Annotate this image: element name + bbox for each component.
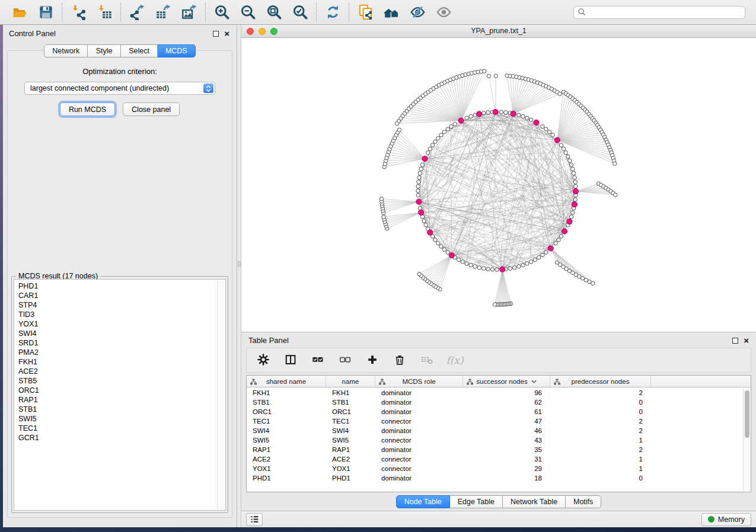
mcds-result-list[interactable]: PHD1CAR1STP4TID3YOX1SWI4SRD1PMA2FKH1ACE2… bbox=[14, 279, 226, 511]
export-table-icon bbox=[155, 4, 171, 20]
close-panel-button[interactable]: Close panel bbox=[123, 102, 180, 116]
create-column-button[interactable] bbox=[365, 352, 381, 368]
mcds-result-node[interactable]: STP4 bbox=[14, 300, 225, 310]
zoom-fit-button[interactable] bbox=[264, 3, 283, 22]
show-all-button[interactable] bbox=[434, 3, 453, 22]
tab-edge-table[interactable]: Edge Table bbox=[450, 495, 503, 508]
mcds-result-node[interactable]: YOX1 bbox=[14, 319, 225, 329]
tab-motifs[interactable]: Motifs bbox=[566, 495, 601, 508]
float-table-panel-icon[interactable] bbox=[732, 338, 738, 344]
zoom-selected-icon bbox=[292, 4, 308, 20]
save-session-icon bbox=[38, 4, 54, 20]
unselect-all-button[interactable] bbox=[338, 352, 353, 368]
search-icon bbox=[578, 8, 586, 17]
mcds-result-node[interactable]: STB1 bbox=[14, 405, 225, 414]
app-window: Control Panel × NetworkStyleSelectMCDS O… bbox=[3, 25, 756, 527]
mcds-list-scrollbar[interactable] bbox=[217, 280, 225, 509]
first-neighbors-icon bbox=[384, 4, 400, 20]
tab-network[interactable]: Network bbox=[44, 44, 88, 57]
export-image-button[interactable] bbox=[180, 3, 199, 22]
close-panel-icon[interactable]: × bbox=[224, 31, 229, 37]
table-row[interactable]: YOX1YOX1connector291 bbox=[247, 464, 742, 473]
unselect-all-icon bbox=[339, 354, 352, 367]
mcds-result-node[interactable]: SWI5 bbox=[14, 414, 225, 424]
zoom-out-icon bbox=[240, 4, 256, 20]
mcds-result-node[interactable]: FKH1 bbox=[14, 357, 225, 367]
show-column-panel-button[interactable] bbox=[283, 352, 299, 368]
mcds-result-node[interactable]: TEC1 bbox=[14, 424, 225, 433]
close-table-panel-icon[interactable]: × bbox=[744, 338, 749, 344]
zoom-fit-icon bbox=[266, 4, 282, 20]
table-row[interactable]: SWI5SWI5connector431 bbox=[247, 435, 742, 445]
float-panel-icon[interactable] bbox=[213, 31, 219, 37]
window-close-button[interactable] bbox=[247, 28, 254, 35]
run-mcds-button[interactable]: Run MCDS bbox=[60, 102, 115, 116]
tab-node-table[interactable]: Node Table bbox=[396, 495, 450, 508]
open-file-icon bbox=[12, 4, 28, 20]
select-all-button[interactable] bbox=[311, 352, 326, 368]
memory-button[interactable]: Memory bbox=[701, 513, 751, 526]
export-network-icon bbox=[129, 4, 145, 20]
window-zoom-button[interactable] bbox=[270, 28, 277, 35]
table-row[interactable]: FKH1FKH1dominator962 bbox=[247, 388, 742, 398]
mcds-result-node[interactable]: SWI4 bbox=[14, 329, 225, 338]
column-settings-button[interactable] bbox=[256, 352, 272, 368]
import-network-button[interactable] bbox=[69, 3, 88, 22]
table-row[interactable]: ORC1ORC1dominator610 bbox=[247, 407, 742, 416]
tab-select[interactable]: Select bbox=[121, 44, 158, 57]
column-header-MCDS-role[interactable]: MCDS role bbox=[375, 376, 463, 387]
table-row[interactable]: ACE2ACE2connector311 bbox=[247, 454, 742, 464]
function-builder-icon: f(x) bbox=[446, 354, 463, 366]
save-session-button[interactable] bbox=[36, 3, 55, 22]
mcds-result-node[interactable]: RAP1 bbox=[14, 395, 225, 405]
delete-column-button[interactable] bbox=[393, 352, 408, 368]
column-header-name[interactable]: name bbox=[326, 376, 375, 387]
export-table-button[interactable] bbox=[154, 3, 173, 22]
mcds-result-node[interactable]: PHD1 bbox=[14, 281, 225, 291]
apply-layout-button[interactable] bbox=[323, 3, 342, 22]
new-network-from-selection-button[interactable] bbox=[356, 3, 375, 22]
task-history-button[interactable] bbox=[246, 513, 263, 526]
table-scrollbar[interactable] bbox=[743, 388, 750, 491]
first-neighbors-button[interactable] bbox=[382, 3, 401, 22]
column-header-shared-name[interactable]: shared name bbox=[247, 376, 326, 387]
zoom-out-button[interactable] bbox=[238, 3, 257, 22]
network-window-title: YPA_prune.txt_1 bbox=[471, 27, 527, 35]
tab-style[interactable]: Style bbox=[88, 44, 121, 57]
search-box[interactable] bbox=[573, 6, 745, 19]
tab-network-table[interactable]: Network Table bbox=[503, 495, 566, 508]
export-network-button[interactable] bbox=[127, 3, 146, 22]
mcds-result-group: MCDS result (17 nodes) PHD1CAR1STP4TID3Y… bbox=[11, 276, 228, 513]
table-row[interactable]: RAP1RAP1dominator352 bbox=[247, 445, 742, 454]
zoom-selected-button[interactable] bbox=[291, 3, 310, 22]
mcds-result-node[interactable]: SRD1 bbox=[14, 338, 225, 348]
mcds-result-node[interactable]: CAR1 bbox=[14, 291, 225, 300]
mcds-result-node[interactable]: ACE2 bbox=[14, 367, 225, 376]
search-input[interactable] bbox=[589, 8, 741, 17]
network-canvas[interactable] bbox=[241, 38, 756, 332]
export-image-icon bbox=[181, 4, 197, 20]
hide-selected-icon bbox=[410, 4, 426, 20]
mcds-result-node[interactable]: STB5 bbox=[14, 376, 225, 386]
mcds-result-node[interactable]: PMA2 bbox=[14, 348, 225, 357]
open-file-button[interactable] bbox=[10, 3, 29, 22]
criterion-dropdown[interactable]: largest connected component (undirected) bbox=[24, 82, 215, 95]
vertical-splitter[interactable] bbox=[237, 25, 241, 527]
mcds-result-node[interactable]: TID3 bbox=[14, 310, 225, 319]
import-table-button[interactable] bbox=[95, 3, 114, 22]
tab-mcds[interactable]: MCDS bbox=[158, 44, 196, 57]
create-column-icon bbox=[366, 354, 379, 367]
mcds-result-node[interactable]: GCR1 bbox=[14, 433, 225, 443]
mcds-result-node[interactable]: ORC1 bbox=[14, 386, 225, 395]
network-window: YPA_prune.txt_1 bbox=[241, 25, 756, 332]
hide-selected-button[interactable] bbox=[408, 3, 427, 22]
column-header-successor-nodes[interactable]: successor nodes bbox=[463, 376, 550, 387]
window-minimize-button[interactable] bbox=[259, 28, 266, 35]
table-row[interactable]: SWI4SWI4dominator462 bbox=[247, 426, 742, 435]
column-header-predecessor-nodes[interactable]: predecessor nodes bbox=[550, 376, 651, 387]
select-all-icon bbox=[312, 354, 325, 367]
table-row[interactable]: TEC1TEC1connector472 bbox=[247, 416, 742, 426]
zoom-in-button[interactable] bbox=[212, 3, 231, 22]
table-row[interactable]: STB1STB1dominator620 bbox=[247, 398, 742, 407]
table-row[interactable]: PHD1PHD1dominator180 bbox=[247, 473, 742, 483]
